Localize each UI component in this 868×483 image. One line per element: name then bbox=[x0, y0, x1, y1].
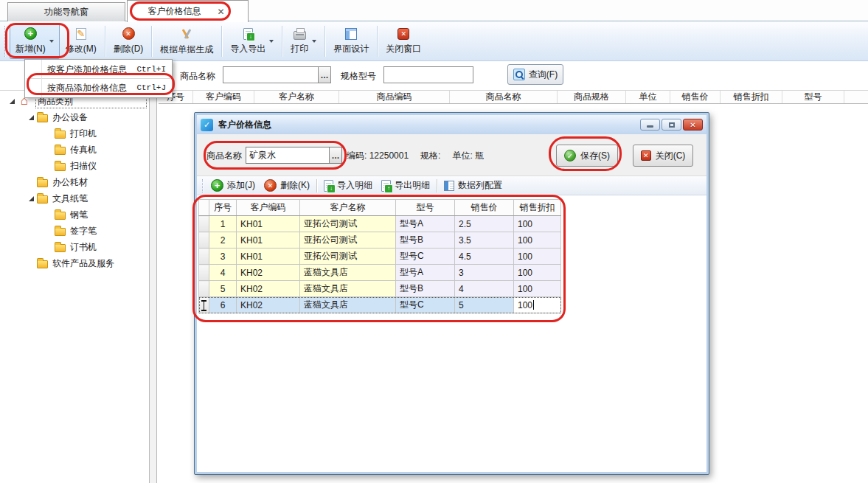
query-button[interactable]: 查询(F) bbox=[507, 64, 563, 85]
cell[interactable]: 亚拓公司测试 bbox=[300, 216, 396, 232]
toolbar-button-ui-design[interactable]: 界面设计 bbox=[327, 24, 375, 59]
dialog-header-5[interactable]: 销售折扣 bbox=[514, 200, 561, 216]
cell[interactable]: 型号C bbox=[396, 297, 455, 313]
main-header-1[interactable]: 客户编码 bbox=[193, 91, 254, 103]
cell[interactable]: KH01 bbox=[237, 216, 300, 232]
dialog-toolbar-column-config[interactable]: 数据列配置 bbox=[440, 178, 507, 193]
cell[interactable]: 100 bbox=[514, 249, 561, 265]
toolbar-button-edit[interactable]: 修改(M) bbox=[60, 24, 103, 59]
cell[interactable]: 4 bbox=[455, 281, 514, 297]
dialog-header-4[interactable]: 销售价 bbox=[455, 200, 514, 216]
menu-item-add-price-by-customer[interactable]: 按客户添加价格信息Ctrl+I bbox=[25, 61, 172, 77]
menu-item-add-price-by-product[interactable]: 按商品添加价格信息Ctrl+J bbox=[25, 80, 172, 96]
dialog-toolbar-delete-row[interactable]: 删除(K) bbox=[260, 178, 314, 193]
toolbar-button-print[interactable]: 打印 bbox=[285, 24, 322, 59]
dropdown-arrow-icon[interactable] bbox=[49, 40, 54, 43]
table-row[interactable]: 3KH01亚拓公司测试型号C4.5100 bbox=[199, 249, 561, 265]
toolbar-button-generate-from-doc[interactable]: 根据单据生成 bbox=[154, 24, 219, 59]
cell[interactable]: 1 bbox=[209, 216, 237, 232]
main-header-4[interactable]: 商品名称 bbox=[450, 91, 558, 103]
dialog-product-picker-button[interactable]: … bbox=[329, 147, 341, 163]
dialog-product-name-input[interactable]: 矿泉水 … bbox=[246, 147, 342, 164]
main-header-6[interactable]: 单位 bbox=[626, 91, 670, 103]
toolbar-button-close-window[interactable]: 关闭窗口 bbox=[380, 24, 427, 59]
cell[interactable]: 2.5 bbox=[455, 216, 514, 232]
cell[interactable]: 5 bbox=[455, 297, 514, 313]
cell[interactable]: 100 bbox=[514, 265, 561, 281]
tab-close-icon[interactable]: ✕ bbox=[214, 7, 227, 17]
row-selector-cell[interactable] bbox=[199, 265, 209, 281]
cell[interactable]: 4 bbox=[209, 265, 237, 281]
cell[interactable]: 100 bbox=[514, 232, 561, 249]
product-name-input[interactable]: … bbox=[223, 66, 331, 83]
toolbar-button-import-export[interactable]: 导入导出 bbox=[224, 24, 280, 59]
dialog-header-3[interactable]: 型号 bbox=[396, 200, 455, 216]
tree-item-printer[interactable]: 打印机 bbox=[0, 125, 148, 142]
main-header-9[interactable]: 型号 bbox=[782, 91, 844, 103]
dialog-header-1[interactable]: 客户编码 bbox=[237, 200, 300, 216]
row-selector-cell[interactable] bbox=[199, 249, 209, 265]
dialog-close-c-button[interactable]: 关闭(C) bbox=[633, 145, 693, 167]
cell[interactable]: KH01 bbox=[237, 249, 300, 265]
main-header-5[interactable]: 商品规格 bbox=[558, 91, 626, 103]
toolbar-button-new[interactable]: 新增(N) bbox=[10, 24, 60, 59]
cell[interactable]: KH02 bbox=[237, 281, 300, 297]
product-name-picker-button[interactable]: … bbox=[318, 67, 330, 83]
cell[interactable]: 5 bbox=[209, 281, 237, 297]
spec-model-input[interactable] bbox=[383, 66, 473, 83]
row-selector-cell[interactable] bbox=[199, 232, 209, 249]
cell[interactable]: 型号C bbox=[396, 249, 455, 265]
tree-item-stapler[interactable]: 订书机 bbox=[0, 239, 148, 255]
save-button[interactable]: 保存(S) bbox=[556, 145, 618, 167]
cell[interactable]: 3 bbox=[455, 265, 514, 281]
table-row[interactable]: 4KH02蓝猫文具店型号A3100 bbox=[199, 265, 561, 281]
dialog-close-button[interactable]: ✕ bbox=[683, 119, 703, 131]
cell[interactable]: 型号A bbox=[396, 216, 455, 232]
tab-function-nav[interactable]: 功能导航窗 bbox=[7, 2, 125, 21]
tree-item-office-equipment[interactable]: 办公设备 bbox=[0, 109, 148, 125]
cell[interactable]: 型号B bbox=[396, 232, 455, 249]
dialog-toolbar-add-row[interactable]: 添加(J) bbox=[206, 178, 260, 193]
cell[interactable]: 100 bbox=[514, 297, 561, 313]
tree-item-software-products[interactable]: 软件产品及服务 bbox=[0, 255, 148, 271]
cell[interactable]: 100 bbox=[514, 216, 561, 232]
table-row[interactable]: 5KH02蓝猫文具店型号B4100 bbox=[199, 281, 561, 297]
tab-customer-price-info[interactable]: 客户价格信息 ✕ bbox=[127, 0, 249, 22]
tree-item-scanner[interactable]: 扫描仪 bbox=[0, 158, 148, 174]
dialog-header-0[interactable]: 序号 bbox=[209, 200, 237, 216]
dialog-toolbar-export-detail[interactable]: 导出明细 bbox=[377, 178, 434, 193]
row-selector-cell[interactable] bbox=[199, 281, 209, 297]
tree-item-office-consumables[interactable]: 办公耗材 bbox=[0, 174, 148, 190]
minimize-button[interactable] bbox=[640, 119, 660, 131]
dialog-header-2[interactable]: 客户名称 bbox=[300, 200, 396, 216]
main-header-7[interactable]: 销售价 bbox=[670, 91, 721, 103]
cell[interactable]: 100 bbox=[514, 281, 561, 297]
cell[interactable]: 蓝猫文具店 bbox=[300, 281, 396, 297]
cell[interactable]: 亚拓公司测试 bbox=[300, 249, 396, 265]
tree-item-signing-pen[interactable]: 签字笔 bbox=[0, 223, 148, 239]
cell[interactable]: 蓝猫文具店 bbox=[300, 297, 396, 313]
dialog-title-bar[interactable]: 客户价格信息 ✕ bbox=[197, 115, 706, 134]
table-row[interactable]: 6KH02蓝猫文具店型号C5100 bbox=[199, 297, 561, 313]
tree-item-fountain-pen[interactable]: 钢笔 bbox=[0, 206, 148, 223]
toolbar-button-delete[interactable]: 删除(D) bbox=[108, 24, 150, 59]
main-header-3[interactable]: 商品编码 bbox=[339, 91, 450, 103]
cell[interactable]: 3.5 bbox=[455, 232, 514, 249]
cell[interactable]: 3 bbox=[209, 249, 237, 265]
dropdown-arrow-icon[interactable] bbox=[269, 40, 274, 43]
cell[interactable]: 型号B bbox=[396, 281, 455, 297]
cell[interactable]: 蓝猫文具店 bbox=[300, 265, 396, 281]
tree-item-stationery[interactable]: 文具纸笔 bbox=[0, 190, 148, 206]
cell[interactable]: 4.5 bbox=[455, 249, 514, 265]
table-row[interactable]: 1KH01亚拓公司测试型号A2.5100 bbox=[199, 216, 561, 232]
tree-item-fax-machine[interactable]: 传真机 bbox=[0, 142, 148, 158]
expanded-arrow-icon[interactable] bbox=[10, 99, 15, 104]
main-header-2[interactable]: 客户名称 bbox=[254, 91, 339, 103]
main-header-8[interactable]: 销售折扣 bbox=[721, 91, 782, 103]
cell[interactable]: KH02 bbox=[237, 297, 300, 313]
cell[interactable]: KH01 bbox=[237, 232, 300, 249]
dropdown-arrow-icon[interactable] bbox=[312, 40, 316, 43]
cell[interactable]: 2 bbox=[209, 232, 237, 249]
maximize-button[interactable] bbox=[662, 119, 681, 131]
cell[interactable]: 亚拓公司测试 bbox=[300, 232, 396, 249]
